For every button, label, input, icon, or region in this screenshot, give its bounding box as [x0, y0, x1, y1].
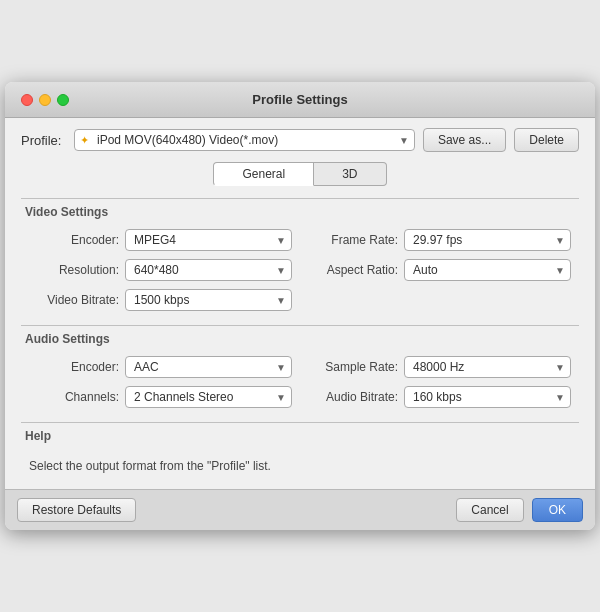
tab-general[interactable]: General	[213, 162, 314, 186]
sample-rate-select[interactable]: 48000 Hz	[404, 356, 571, 378]
dialog-window: Profile Settings Profile: ✦ iPod MOV(640…	[5, 82, 595, 530]
video-divider	[21, 198, 579, 199]
resolution-select[interactable]: 640*480	[125, 259, 292, 281]
audio-encoder-label: Encoder:	[29, 360, 119, 374]
audio-bitrate-row: Audio Bitrate: 160 kbps ▼	[308, 386, 571, 408]
resolution-select-wrapper: 640*480 ▼	[125, 259, 292, 281]
audio-settings-section: Audio Settings Encoder: AAC ▼ Sample Rat…	[21, 325, 579, 408]
video-bitrate-row: Video Bitrate: 1500 kbps ▼	[29, 289, 292, 311]
channels-select[interactable]: 2 Channels Stereo	[125, 386, 292, 408]
audio-divider	[21, 325, 579, 326]
ok-button[interactable]: OK	[532, 498, 583, 522]
profile-label: Profile:	[21, 133, 66, 148]
help-text: Select the output format from the "Profi…	[21, 453, 579, 479]
bottom-bar: Restore Defaults Cancel OK	[5, 489, 595, 530]
video-settings-grid: Encoder: MPEG4 ▼ Frame Rate: 29.97 fps	[21, 229, 579, 311]
encoder-select[interactable]: MPEG4	[125, 229, 292, 251]
window-controls	[21, 94, 69, 106]
sample-rate-label: Sample Rate:	[308, 360, 398, 374]
help-section: Help Select the output format from the "…	[21, 422, 579, 479]
maximize-button[interactable]	[57, 94, 69, 106]
audio-section-title: Audio Settings	[25, 332, 579, 346]
audio-bitrate-select[interactable]: 160 kbps	[404, 386, 571, 408]
profile-select[interactable]: iPod MOV(640x480) Video(*.mov)	[74, 129, 415, 151]
video-empty-cell	[308, 289, 571, 311]
encoder-select-wrapper: MPEG4 ▼	[125, 229, 292, 251]
bottom-right-buttons: Cancel OK	[456, 498, 583, 522]
video-bitrate-select[interactable]: 1500 kbps	[125, 289, 292, 311]
video-settings-section: Video Settings Encoder: MPEG4 ▼ Frame Ra…	[21, 198, 579, 311]
encoder-label: Encoder:	[29, 233, 119, 247]
aspect-ratio-select[interactable]: Auto	[404, 259, 571, 281]
help-section-title: Help	[25, 429, 579, 443]
frame-rate-select-wrapper: 29.97 fps ▼	[404, 229, 571, 251]
audio-encoder-select-wrapper: AAC ▼	[125, 356, 292, 378]
minimize-button[interactable]	[39, 94, 51, 106]
aspect-ratio-select-wrapper: Auto ▼	[404, 259, 571, 281]
delete-button[interactable]: Delete	[514, 128, 579, 152]
audio-settings-grid: Encoder: AAC ▼ Sample Rate: 48000 Hz	[21, 356, 579, 408]
audio-encoder-row: Encoder: AAC ▼	[29, 356, 292, 378]
tab-bar: General 3D	[21, 162, 579, 186]
video-bitrate-label: Video Bitrate:	[29, 293, 119, 307]
tab-3d[interactable]: 3D	[314, 162, 386, 186]
aspect-ratio-row: Aspect Ratio: Auto ▼	[308, 259, 571, 281]
help-divider	[21, 422, 579, 423]
close-button[interactable]	[21, 94, 33, 106]
frame-rate-select[interactable]: 29.97 fps	[404, 229, 571, 251]
video-bitrate-select-wrapper: 1500 kbps ▼	[125, 289, 292, 311]
audio-bitrate-select-wrapper: 160 kbps ▼	[404, 386, 571, 408]
title-bar: Profile Settings	[5, 82, 595, 118]
frame-rate-row: Frame Rate: 29.97 fps ▼	[308, 229, 571, 251]
sample-rate-select-wrapper: 48000 Hz ▼	[404, 356, 571, 378]
cancel-button[interactable]: Cancel	[456, 498, 523, 522]
aspect-ratio-label: Aspect Ratio:	[308, 263, 398, 277]
audio-encoder-select[interactable]: AAC	[125, 356, 292, 378]
dialog-title: Profile Settings	[252, 92, 347, 107]
channels-row: Channels: 2 Channels Stereo ▼	[29, 386, 292, 408]
dialog-content: Profile: ✦ iPod MOV(640x480) Video(*.mov…	[5, 118, 595, 489]
profile-row: Profile: ✦ iPod MOV(640x480) Video(*.mov…	[21, 128, 579, 152]
resolution-label: Resolution:	[29, 263, 119, 277]
channels-label: Channels:	[29, 390, 119, 404]
frame-rate-label: Frame Rate:	[308, 233, 398, 247]
encoder-row: Encoder: MPEG4 ▼	[29, 229, 292, 251]
audio-bitrate-label: Audio Bitrate:	[308, 390, 398, 404]
save-as-button[interactable]: Save as...	[423, 128, 506, 152]
resolution-row: Resolution: 640*480 ▼	[29, 259, 292, 281]
video-section-title: Video Settings	[25, 205, 579, 219]
profile-select-wrapper: ✦ iPod MOV(640x480) Video(*.mov) ▼	[74, 129, 415, 151]
channels-select-wrapper: 2 Channels Stereo ▼	[125, 386, 292, 408]
sample-rate-row: Sample Rate: 48000 Hz ▼	[308, 356, 571, 378]
restore-defaults-button[interactable]: Restore Defaults	[17, 498, 136, 522]
